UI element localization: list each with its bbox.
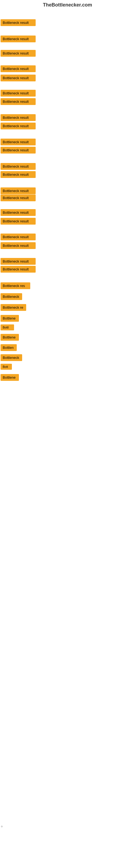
bottleneck-item: Bottleneck result bbox=[1, 98, 36, 106]
bottleneck-item: Bottleneck res bbox=[1, 282, 30, 290]
bottleneck-badge: Bottleneck bbox=[1, 354, 22, 361]
bottleneck-badge: Bottleneck result bbox=[1, 98, 36, 105]
bottleneck-item: Bottleneck result bbox=[1, 194, 36, 203]
bottleneck-badge: Bottleneck result bbox=[1, 163, 36, 170]
bottleneck-badge: Bottleneck result bbox=[1, 65, 36, 72]
bottleneck-item: Bottl bbox=[1, 324, 14, 332]
bottleneck-item: Bottleneck result bbox=[1, 163, 36, 171]
bottleneck-item: Bottleneck result bbox=[1, 138, 36, 147]
bottleneck-item: Bottleneck result bbox=[1, 258, 36, 266]
bottleneck-badge: Bottleneck result bbox=[1, 35, 36, 42]
bottleneck-badge: Bottleneck result bbox=[1, 138, 36, 145]
bottleneck-badge: Bottleneck result bbox=[1, 187, 36, 194]
bottleneck-badge: Bottleneck result bbox=[1, 50, 36, 57]
bottleneck-item: Bottleneck result bbox=[1, 187, 36, 195]
bottleneck-badge: Bottleneck result bbox=[1, 258, 36, 265]
bottleneck-badge: Bottleneck result bbox=[1, 242, 36, 249]
bottleneck-badge: Bottleneck result bbox=[1, 123, 36, 129]
bottleneck-badge: Bottlene bbox=[1, 315, 19, 322]
bottleneck-item: Bottleneck result bbox=[1, 234, 36, 241]
bottleneck-item: Bott bbox=[1, 364, 12, 371]
bottleneck-item: Bottleneck result bbox=[1, 19, 36, 27]
bottleneck-item: Bottleneck bbox=[1, 354, 22, 362]
bottleneck-badge: Bottleneck bbox=[1, 293, 22, 300]
bottleneck-badge: Bottleneck result bbox=[1, 194, 36, 201]
bottleneck-item: Bottleneck result bbox=[1, 114, 36, 122]
bottleneck-badge: Bottleneck result bbox=[1, 90, 36, 97]
bottleneck-badge: Bott bbox=[1, 364, 12, 370]
bottleneck-badge: Bottleneck result bbox=[1, 266, 36, 273]
bottleneck-badge: Bottleneck result bbox=[1, 114, 36, 121]
bottleneck-item: Bottleneck result bbox=[1, 74, 36, 83]
bottleneck-badge: Bottleneck result bbox=[1, 171, 36, 178]
bottleneck-badge: Bottlen bbox=[1, 344, 17, 351]
bottleneck-item: Bottlene bbox=[1, 315, 19, 323]
bottleneck-item: Bottleneck result bbox=[1, 209, 36, 217]
bottleneck-item: Bottlene bbox=[1, 334, 19, 342]
bottleneck-item: Bottlene bbox=[1, 374, 19, 382]
bottleneck-badge: Bottlene bbox=[1, 334, 19, 341]
bottleneck-badge: Bottleneck re bbox=[1, 304, 26, 311]
bottleneck-item: Bottleneck result bbox=[1, 65, 36, 73]
bottleneck-badge: Bottl bbox=[1, 324, 14, 330]
bottleneck-item: Bottleneck result bbox=[1, 90, 36, 98]
bottleneck-item: Bottlen bbox=[1, 344, 17, 352]
bottleneck-item: Bottleneck result bbox=[1, 218, 36, 226]
bottleneck-badge: Bottleneck result bbox=[1, 234, 36, 240]
bottleneck-badge: Bottleneck result bbox=[1, 19, 36, 26]
bottleneck-badge: Bottleneck result bbox=[1, 147, 36, 154]
bottleneck-item: Bottleneck result bbox=[1, 242, 36, 250]
bottleneck-item: Bottleneck bbox=[1, 293, 22, 301]
bottleneck-item: Bottleneck result bbox=[1, 171, 36, 179]
bottleneck-item: Bottleneck re bbox=[1, 304, 26, 312]
bottleneck-badge: Bottleneck res bbox=[1, 282, 30, 289]
bottleneck-item: Bottleneck result bbox=[1, 35, 36, 43]
bottleneck-item: Bottleneck result bbox=[1, 50, 36, 58]
bottleneck-badge: Bottleneck result bbox=[1, 218, 36, 225]
bottleneck-badge: Bottleneck result bbox=[1, 209, 36, 216]
copyright-label: © bbox=[1, 825, 3, 828]
bottleneck-item: Bottleneck result bbox=[1, 123, 36, 130]
bottleneck-item: Bottleneck result bbox=[1, 147, 36, 155]
bottleneck-badge: Bottlene bbox=[1, 374, 19, 381]
bottleneck-item: Bottleneck result bbox=[1, 266, 36, 274]
bottleneck-badge: Bottleneck result bbox=[1, 74, 36, 82]
site-title: TheBottlenecker.com bbox=[0, 0, 135, 11]
